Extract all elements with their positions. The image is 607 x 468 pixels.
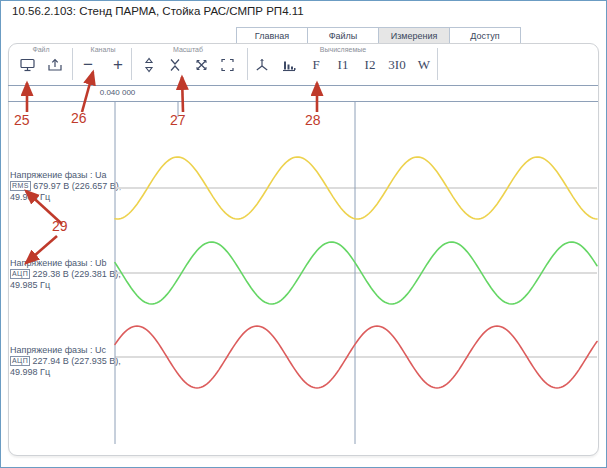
toolbar-group-scale: Масштаб [140, 46, 236, 74]
screen-view-button[interactable] [19, 56, 36, 74]
channel-value: 229.38 В (229.381 В), [33, 269, 121, 279]
channel-mode-badge[interactable]: RMS [10, 181, 31, 191]
annotation-number: 26 [71, 110, 87, 126]
fit-frame-icon [220, 57, 235, 73]
computed-power-button[interactable]: W [416, 56, 432, 74]
toolbar-group-label: Каналы [78, 46, 128, 53]
annotation-number: 29 [52, 218, 68, 234]
channel-mode-badge[interactable]: АЦП [10, 356, 30, 366]
fit-frame-button[interactable] [219, 56, 235, 74]
toolbar-group-label: Масштаб [140, 46, 236, 53]
computed-zero-sequence-button[interactable]: 3I0 [389, 56, 405, 74]
zoom-extents-button[interactable] [193, 56, 209, 74]
channel-title: Напряжение фазы : Uc [10, 345, 114, 356]
toolbar-bottom-rule [8, 85, 598, 86]
annotation-number: 27 [170, 112, 186, 128]
toolbar-group-computed: Вычисляемые F I1 I2 3I0 W [254, 46, 432, 74]
open-file-button[interactable] [47, 56, 63, 74]
zoom-extents-icon [194, 57, 209, 73]
phasor-diagram-icon [254, 57, 270, 73]
channel-remove-button[interactable]: − [80, 56, 96, 74]
harmonics-button[interactable] [281, 56, 297, 74]
computed-current1-button[interactable]: I1 [335, 56, 351, 74]
phasor-diagram-button[interactable] [254, 56, 270, 74]
channel-label-ub: Напряжение фазы : Ub АЦП 229.38 В (229.3… [10, 258, 114, 291]
open-file-icon [47, 57, 63, 73]
expand-vertical-button[interactable] [141, 56, 157, 74]
chart-top-rule [8, 101, 598, 102]
channel-label-uc: Напряжение фазы : Uc АЦП 227.94 В (227.9… [10, 345, 114, 378]
channel-value: 227.94 В (227.935 В), [33, 356, 121, 366]
toolbar-group-channels: Каналы − + [78, 46, 128, 74]
harmonics-icon [281, 57, 297, 73]
toolbar-separator [437, 48, 438, 80]
channel-add-button[interactable]: + [110, 56, 126, 74]
channel-mode-badge[interactable]: АЦП [10, 269, 30, 279]
channel-frequency: 49.985 Гц [10, 192, 114, 203]
channel-title: Напряжение фазы : Ub [10, 258, 114, 269]
monitor-icon [19, 57, 36, 73]
toolbar-separator [131, 48, 132, 80]
channel-label-ua: Напряжение фазы : Ua RMS 679.97 В (226.6… [10, 170, 114, 203]
toolbar-separator [72, 48, 73, 80]
channel-title: Напряжение фазы : Ua [10, 170, 114, 181]
toolbar-group-label: Вычисляемые [254, 46, 432, 53]
annotation-number: 28 [305, 112, 321, 128]
channel-frequency: 49.998 Гц [10, 367, 114, 378]
time-cursor-value: 0.040 000 [70, 88, 165, 97]
toolbar-separator [247, 48, 248, 80]
collapse-vertical-button[interactable] [167, 56, 183, 74]
page-title: 10.56.2.103: Стенд ПАРМА, Стойка РАС/СМП… [12, 5, 304, 17]
channel-value: 679.97 В (226.657 В), [33, 181, 121, 191]
main-panel [8, 43, 599, 456]
collapse-vertical-icon [168, 57, 182, 73]
computed-current2-button[interactable]: I2 [362, 56, 378, 74]
annotation-number: 25 [14, 112, 30, 128]
toolbar-group-file: Файл [12, 46, 70, 74]
toolbar-group-label: Файл [12, 46, 70, 53]
computed-frequency-button[interactable]: F [308, 56, 324, 74]
channel-frequency: 49.985 Гц [10, 280, 114, 291]
expand-vertical-icon [142, 57, 156, 73]
